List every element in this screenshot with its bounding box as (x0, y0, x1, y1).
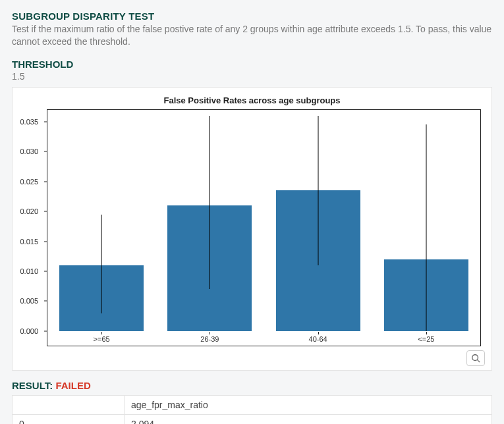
table-cell-value: 2.094 (125, 414, 492, 424)
section-description: Test if the maximum ratio of the false p… (12, 23, 492, 48)
x-tick-mark (101, 332, 102, 334)
chart-error-bar (318, 116, 318, 265)
chart-error-bar (101, 215, 102, 313)
y-tick-label: 0.015 (20, 238, 42, 246)
result-line: RESULT: FAILED (12, 380, 492, 391)
chart-toolbar (18, 346, 486, 366)
y-tick-label: 0.020 (20, 207, 42, 215)
x-tick-mark (318, 332, 319, 334)
table-header-row: age_fpr_max_ratio (13, 395, 492, 414)
y-tick-label: 0.035 (20, 118, 42, 126)
chart-plot-area: 0.0000.0050.0100.0150.0200.0250.0300.035… (47, 110, 480, 331)
section-title: SUBGROUP DISPARITY TEST (12, 11, 492, 22)
y-tick-label: 0.000 (20, 327, 42, 335)
chart-error-bar (210, 116, 210, 289)
zoom-button[interactable] (466, 350, 485, 366)
threshold-value: 1.5 (12, 71, 492, 82)
x-tick-label: >=65 (94, 335, 110, 343)
x-tick-mark (426, 332, 427, 334)
magnifier-icon (471, 354, 480, 363)
table-cell-index: 0 (13, 414, 125, 424)
y-tick-label: 0.005 (20, 297, 42, 305)
table-header-col1: age_fpr_max_ratio (125, 395, 492, 414)
y-tick-label: 0.030 (20, 147, 42, 155)
threshold-label: THRESHOLD (12, 59, 492, 70)
x-tick-label: <=25 (418, 335, 434, 343)
x-tick-mark (210, 332, 210, 334)
chart-frame: 0.0000.0050.0100.0150.0200.0250.0300.035… (47, 109, 481, 346)
chart-title: False Positive Rates across age subgroup… (18, 95, 486, 105)
x-tick-label: 40-64 (309, 335, 327, 343)
result-table: age_fpr_max_ratio 0 2.094 (12, 395, 492, 424)
svg-point-0 (472, 355, 478, 361)
table-header-index (13, 395, 125, 414)
y-tick-label: 0.010 (20, 267, 42, 275)
result-status: FAILED (55, 380, 90, 391)
chart-card: False Positive Rates across age subgroup… (12, 87, 492, 371)
svg-line-1 (478, 359, 480, 362)
x-tick-label: 26-39 (200, 335, 219, 343)
y-tick-label: 0.025 (20, 178, 42, 186)
chart-error-bar (426, 124, 426, 331)
table-row: 0 2.094 (13, 414, 492, 424)
result-prefix: RESULT: (12, 380, 55, 391)
